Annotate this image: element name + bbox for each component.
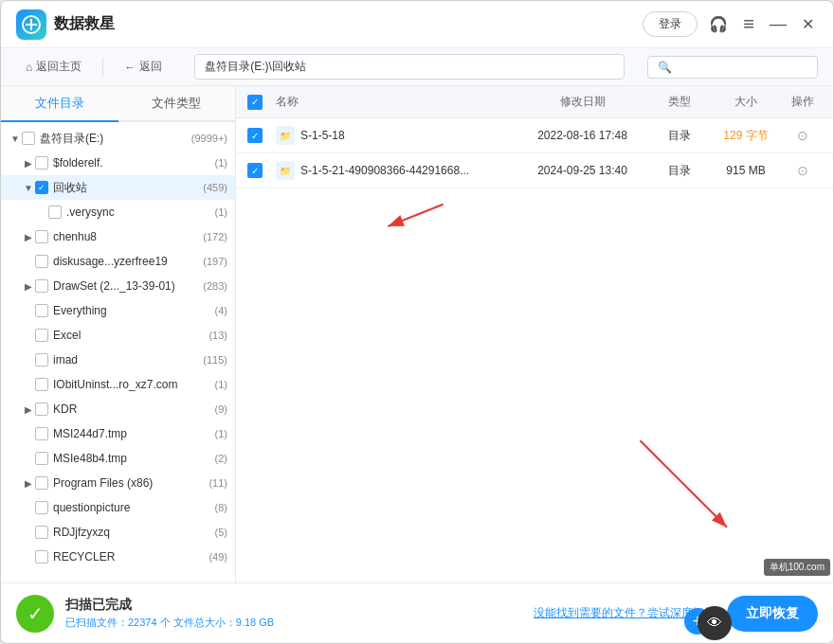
tree-label-questionpic: questionpicture xyxy=(53,501,211,514)
tree-item-msie48[interactable]: MSIe48b4.tmp (2) xyxy=(1,446,235,471)
tree-count-verysync: (1) xyxy=(215,206,227,218)
restore-button[interactable]: 立即恢复 xyxy=(727,596,818,632)
tree-checkbox-msie48[interactable] xyxy=(35,452,48,465)
tree-label-diskusage: diskusage...yzerfree19 xyxy=(53,255,199,268)
tree-count-recycle: (459) xyxy=(203,182,227,193)
tree-label-excel: Excel xyxy=(53,329,205,342)
login-button[interactable]: 登录 xyxy=(643,11,698,37)
menu-icon[interactable]: ≡ xyxy=(739,9,758,39)
row2-file-icon: 📁 xyxy=(276,161,295,180)
scan-size: 9.18 GB xyxy=(236,617,274,628)
tree-item-imad[interactable]: imad (115) xyxy=(1,348,235,372)
tree-checkbox-programfiles[interactable] xyxy=(35,476,48,490)
tree-item-diskusage[interactable]: diskusage...yzerfree19 (197) xyxy=(1,249,235,274)
tree-item-msi244[interactable]: MSI244d7.tmp (1) xyxy=(1,421,235,446)
tree-checkbox-kdr[interactable] xyxy=(35,402,48,416)
tree-checkbox-excel[interactable] xyxy=(35,329,48,342)
tree-item-drawset[interactable]: ▶ DrawSet (2..._13-39-01) (283) xyxy=(1,274,235,298)
tree-arrow-verysync xyxy=(35,206,48,219)
tree-label-drawset: DrawSet (2..._13-39-01) xyxy=(53,279,199,293)
tree-count-drawset: (283) xyxy=(203,280,227,292)
close-icon[interactable]: ✕ xyxy=(798,11,818,37)
tree-label-kdr: KDR xyxy=(53,402,211,416)
tree-item-recycler[interactable]: RECYCLER (49) xyxy=(1,545,235,569)
row1-check[interactable]: ✓ xyxy=(247,128,276,143)
row1-checkbox[interactable]: ✓ xyxy=(247,128,263,143)
tree-checkbox-drawset[interactable] xyxy=(35,279,48,293)
scan-detail: 已扫描文件：22374 个 文件总大小：9.18 GB xyxy=(65,616,534,630)
row1-action-icon[interactable]: ⊙ xyxy=(797,128,808,143)
tree-checkbox-root[interactable] xyxy=(22,132,35,145)
tab-file-dir[interactable]: 文件目录 xyxy=(1,86,118,122)
tree-label-recycle: 回收站 xyxy=(53,180,199,196)
row1-type: 目录 xyxy=(651,128,708,144)
back-button[interactable]: ← 返回 xyxy=(115,55,172,79)
tree-arrow-msie48 xyxy=(22,452,35,465)
tree-checkbox-recycler[interactable] xyxy=(35,550,48,564)
tree-item-questionpic[interactable]: questionpicture (8) xyxy=(1,495,235,520)
table-row[interactable]: ✓ 📁 S-1-5-18 2022-08-16 17:48 目录 129 字节 … xyxy=(236,118,833,153)
tree-item-root[interactable]: ▼ 盘符目录(E:) (9999+) xyxy=(1,126,235,151)
row2-checkbox[interactable]: ✓ xyxy=(247,163,263,178)
row2-action-icon[interactable]: ⊙ xyxy=(797,163,808,178)
tree-item-folder[interactable]: ▶ $folderelf. (1) xyxy=(1,151,235,175)
titlebar: 数据救星 登录 🎧 ≡ — ✕ xyxy=(1,1,833,48)
table-row[interactable]: ✓ 📁 S-1-5-21-490908366-44291668... 2024-… xyxy=(236,153,833,188)
tree-item-recycle[interactable]: ▼ 回收站 (459) xyxy=(1,175,235,200)
back-home-label: 返回主页 xyxy=(36,59,82,75)
tree-checkbox-iobit[interactable] xyxy=(35,378,48,391)
check-all-icon[interactable]: ✓ xyxy=(247,95,263,110)
row2-check[interactable]: ✓ xyxy=(247,163,276,178)
tree-checkbox-verysync[interactable] xyxy=(48,206,62,219)
tree-item-chenhu8[interactable]: ▶ chenhu8 (172) xyxy=(1,224,235,249)
tree-count-msi244: (1) xyxy=(215,428,227,439)
tree-item-iobit[interactable]: IObitUninst...ro_xz7.com (1) xyxy=(1,372,235,397)
back-arrow-icon: ← xyxy=(124,61,136,74)
tree-label-folder: $folderelf. xyxy=(53,156,211,170)
back-home-button[interactable]: ⌂ 返回主页 xyxy=(16,55,91,79)
header-check[interactable]: ✓ xyxy=(247,95,276,110)
tree-checkbox-imad[interactable] xyxy=(35,353,48,367)
tree-checkbox-diskusage[interactable] xyxy=(35,255,48,268)
minimize-icon[interactable]: — xyxy=(766,10,790,38)
tree-count-chenhu8: (172) xyxy=(203,231,227,242)
tree-checkbox-everything[interactable] xyxy=(35,304,48,317)
tree-arrow-excel xyxy=(22,329,35,342)
row1-name-text: S-1-5-18 xyxy=(300,129,345,142)
tree-item-verysync[interactable]: .verysync (1) xyxy=(1,200,235,224)
tree-label-imad: imad xyxy=(53,353,199,367)
tree-arrow-programfiles: ▶ xyxy=(22,476,35,490)
search-icon: 🔍 xyxy=(658,61,672,74)
tree-arrow-msi244 xyxy=(22,427,35,440)
left-panel: 文件目录 文件类型 ▼ 盘符目录(E:) (9999+) ▶ $folderel… xyxy=(1,86,236,582)
tree-arrow-iobit xyxy=(22,378,35,391)
tree-count-iobit: (1) xyxy=(215,379,227,390)
row1-size: 129 字节 xyxy=(708,128,784,144)
tree-label-msi244: MSI244d7.tmp xyxy=(53,427,211,440)
tree-label-msie48: MSIe48b4.tmp xyxy=(53,452,211,465)
tree-item-excel[interactable]: Excel (13) xyxy=(1,323,235,348)
headphone-icon[interactable]: 🎧 xyxy=(705,11,732,37)
eye-circle-icon[interactable]: 👁 xyxy=(698,606,732,640)
row1-action[interactable]: ⊙ xyxy=(784,128,822,143)
tab-file-type[interactable]: 文件类型 xyxy=(118,86,236,122)
row2-action[interactable]: ⊙ xyxy=(784,163,822,178)
header-action: 操作 xyxy=(784,94,822,110)
tree-checkbox-rdjfz[interactable] xyxy=(35,526,48,539)
row1-date: 2022-08-16 17:48 xyxy=(514,129,651,142)
tree-label-recycler: RECYCLER xyxy=(53,550,205,564)
tree-arrow-chenhu8: ▶ xyxy=(22,230,35,243)
tree-item-programfiles[interactable]: ▶ Program Files (x86) (11) xyxy=(1,471,235,495)
tree-checkbox-recycle[interactable] xyxy=(35,181,48,194)
tree-label-verysync: .verysync xyxy=(66,206,211,219)
scan-detail-text: 已扫描文件：22374 个 文件总大小： xyxy=(65,617,236,628)
tree-checkbox-folder[interactable] xyxy=(35,156,48,170)
tree-item-rdjfz[interactable]: RDJjfzyxzq (5) xyxy=(1,520,235,545)
tree-item-kdr[interactable]: ▶ KDR (9) xyxy=(1,397,235,421)
search-bar[interactable]: 🔍 xyxy=(647,56,818,79)
tree-arrow-rdjfz xyxy=(22,526,35,539)
tree-item-everything[interactable]: Everything (4) xyxy=(1,298,235,323)
tree-checkbox-questionpic[interactable] xyxy=(35,501,48,514)
tree-checkbox-msi244[interactable] xyxy=(35,427,48,440)
tree-checkbox-chenhu8[interactable] xyxy=(35,230,48,243)
